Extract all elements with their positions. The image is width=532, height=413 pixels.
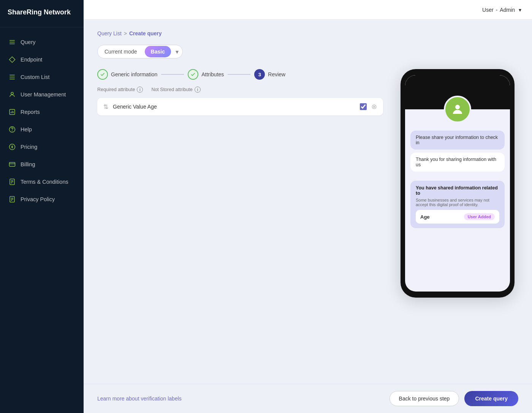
- sidebar-item-label-user-management: User Management: [21, 91, 66, 98]
- sidebar-item-label-terms: Terms & Conditions: [21, 179, 68, 185]
- diamond-icon: [8, 56, 16, 63]
- sidebar-item-custom-list[interactable]: Custom List: [0, 68, 84, 86]
- step-circle-review: 3: [254, 69, 265, 80]
- step-circle-generic: [97, 69, 108, 80]
- step-circle-attributes: [188, 69, 198, 80]
- step-attributes: Attributes: [188, 69, 224, 80]
- user-menu[interactable]: User - Admin ▾: [482, 7, 521, 13]
- mode-value: Basic: [145, 46, 171, 57]
- create-query-button[interactable]: Create query: [464, 391, 518, 406]
- list-icon: [8, 38, 16, 46]
- not-stored-attr-legend: Not Stored attribute i: [151, 87, 200, 93]
- phone-attr-badge: User Added: [464, 213, 495, 220]
- breadcrumb-current: Create query: [129, 30, 162, 36]
- svg-rect-18: [10, 162, 15, 167]
- sidebar-item-endpoint[interactable]: Endpoint: [0, 51, 84, 68]
- table-row: ⇅ Generic Value Age ⊗: [97, 98, 383, 115]
- breadcrumb-separator: >: [124, 30, 127, 36]
- drag-handle-icon[interactable]: ⇅: [103, 103, 108, 110]
- step-connector-2: [228, 74, 250, 75]
- terms-icon: [8, 178, 16, 186]
- sidebar-item-label-custom-list: Custom List: [21, 74, 50, 80]
- left-column: Generic information Attributes 3 Review: [97, 69, 383, 373]
- svg-point-13: [12, 131, 13, 131]
- back-button[interactable]: Back to previous step: [390, 391, 459, 406]
- phone-messages: Please share your information to check i…: [405, 126, 510, 228]
- attribute-list: ⇅ Generic Value Age ⊗: [97, 98, 383, 115]
- step-label-generic: Generic information: [111, 71, 157, 77]
- remove-attribute-icon[interactable]: ⊗: [371, 102, 377, 111]
- sidebar-item-label-query: Query: [21, 39, 36, 45]
- breadcrumb: Query List > Create query: [97, 30, 518, 36]
- sidebar-item-billing[interactable]: Billing: [0, 156, 84, 173]
- help-icon: [8, 126, 16, 133]
- reports-icon: [8, 108, 16, 116]
- svg-point-7: [11, 92, 13, 95]
- mode-label: Current mode: [98, 46, 144, 57]
- sidebar-item-user-management[interactable]: User Management: [0, 86, 84, 103]
- required-info-icon[interactable]: i: [137, 87, 143, 93]
- right-column: Please share your information to check i…: [397, 69, 518, 373]
- phone-shared-note: Some businesses and services may not acc…: [416, 198, 499, 207]
- user-separator: -: [496, 7, 498, 13]
- step-generic-information: Generic information: [97, 69, 157, 80]
- breadcrumb-parent[interactable]: Query List: [97, 30, 122, 36]
- step-label-review: Review: [268, 71, 285, 77]
- sidebar-item-terms[interactable]: Terms & Conditions: [0, 173, 84, 191]
- sidebar-item-label-endpoint: Endpoint: [21, 57, 42, 63]
- app-logo: ShareRing Network: [0, 0, 84, 27]
- sidebar-item-label-pricing: Pricing: [21, 144, 37, 150]
- page-content: Query List > Create query Current mode B…: [84, 20, 532, 384]
- required-attr-legend: Required attribute i: [97, 87, 143, 93]
- sidebar-item-privacy[interactable]: Privacy Policy: [0, 191, 84, 208]
- chevron-down-icon: ▾: [519, 7, 521, 13]
- sidebar: ShareRing Network Query Endpoint Custom …: [0, 0, 84, 413]
- billing-icon: [8, 161, 16, 168]
- attribute-checkbox[interactable]: [360, 103, 367, 110]
- phone-shared-section: You have shared information related to S…: [410, 181, 505, 228]
- phone-shared-title: You have shared information related to: [416, 185, 499, 196]
- sidebar-item-pricing[interactable]: Pricing: [0, 138, 84, 156]
- phone-message-thankyou: Thank you for sharing information with u…: [410, 153, 505, 172]
- sidebar-item-label-help: Help: [21, 126, 32, 132]
- user-role: Admin: [500, 7, 515, 13]
- step-review: 3 Review: [254, 69, 285, 80]
- footer-actions: Back to previous step Create query: [390, 391, 518, 406]
- attribute-legend: Required attribute i Not Stored attribut…: [97, 87, 383, 93]
- phone-mockup: Please share your information to check i…: [401, 69, 515, 298]
- phone-screen: Please share your information to check i…: [405, 75, 510, 292]
- sidebar-item-label-billing: Billing: [21, 161, 35, 167]
- not-stored-info-icon[interactable]: i: [195, 87, 201, 93]
- sidebar-nav: Query Endpoint Custom List User Manageme…: [0, 27, 84, 413]
- user-icon: [8, 91, 16, 98]
- not-stored-attr-label: Not Stored attribute: [151, 87, 192, 92]
- pricing-icon: [8, 143, 16, 151]
- sidebar-item-help[interactable]: Help: [0, 121, 84, 138]
- phone-message-request: Please share your information to check i…: [410, 131, 505, 150]
- main-content: User - Admin ▾ Query List > Create query…: [84, 0, 532, 413]
- svg-point-28: [455, 105, 460, 109]
- mode-chevron-icon[interactable]: ▾: [172, 46, 182, 58]
- step-label-attributes: Attributes: [201, 71, 224, 77]
- menu-icon: [8, 73, 16, 81]
- two-col-layout: Generic information Attributes 3 Review: [97, 69, 518, 373]
- sidebar-item-label-privacy: Privacy Policy: [21, 196, 55, 202]
- required-attr-label: Required attribute: [97, 87, 135, 92]
- user-label: User: [482, 7, 494, 13]
- attribute-name: Generic Value Age: [113, 104, 355, 110]
- sidebar-item-label-reports: Reports: [21, 109, 40, 115]
- phone-attr-tag: Age User Added: [416, 210, 499, 224]
- privacy-icon: [8, 195, 16, 203]
- sidebar-item-query[interactable]: Query: [0, 33, 84, 51]
- topbar: User - Admin ▾: [84, 0, 532, 20]
- mode-selector: Current mode Basic ▾: [97, 45, 183, 58]
- step-connector-1: [161, 74, 184, 75]
- footer: Learn more about verification labels Bac…: [84, 384, 532, 413]
- sidebar-item-reports[interactable]: Reports: [0, 103, 84, 121]
- svg-marker-3: [10, 57, 15, 63]
- steps-indicator: Generic information Attributes 3 Review: [97, 69, 383, 80]
- phone-attr-name: Age: [420, 214, 430, 220]
- learn-more-link[interactable]: Learn more about verification labels: [97, 396, 182, 402]
- avatar: [444, 96, 471, 123]
